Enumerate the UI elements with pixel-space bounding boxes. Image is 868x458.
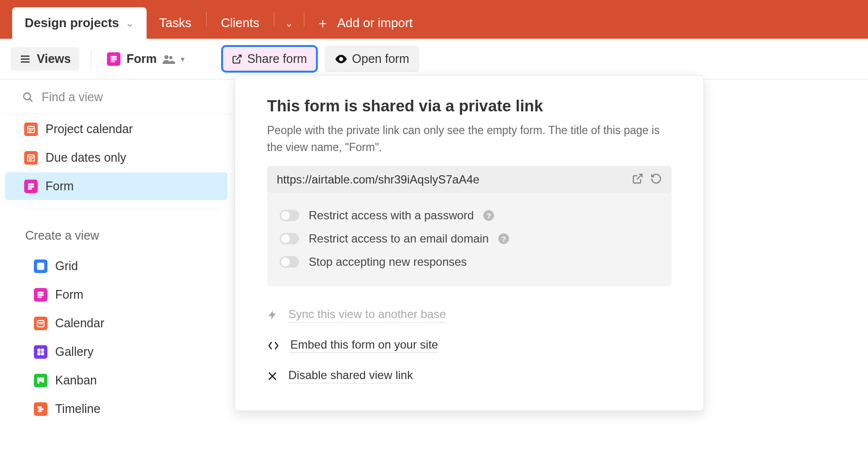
form-icon [107, 52, 120, 66]
option-restrict-domain: Restrict access to an email domain ? [280, 227, 659, 250]
svg-line-50 [637, 174, 642, 180]
share-url[interactable]: https://airtable.com/shr39iAqslyS7aA4e [277, 173, 625, 186]
svg-rect-44 [38, 378, 40, 383]
svg-rect-47 [37, 407, 42, 408]
chevron-down-icon[interactable]: ⌄ [126, 17, 134, 29]
calendar-icon [34, 317, 47, 330]
divider [304, 12, 304, 27]
create-timeline[interactable]: Timeline [15, 395, 227, 423]
open-form-button[interactable]: Open form [325, 46, 419, 72]
tab-clients[interactable]: Clients [209, 7, 272, 39]
form-icon [24, 180, 38, 193]
share-options: Restrict access with a password ? Restri… [267, 193, 672, 286]
toggle-restrict-password[interactable] [280, 210, 299, 221]
chevron-down-icon[interactable]: ▾ [181, 55, 184, 63]
open-link-icon[interactable] [632, 173, 644, 186]
current-view-chip[interactable]: Form ▾ [103, 49, 188, 69]
kanban-icon [34, 374, 47, 387]
svg-rect-32 [38, 292, 44, 293]
divider [206, 12, 207, 27]
find-view-search[interactable]: Find a view [0, 79, 232, 114]
option-label: Calendar [55, 316, 104, 330]
divider [274, 12, 274, 27]
popover-subtitle: People with the private link can only se… [267, 122, 672, 155]
tab-design-projects[interactable]: Design projects ⌄ [12, 7, 147, 39]
svg-point-7 [169, 56, 172, 59]
svg-rect-4 [111, 59, 117, 60]
add-import-label: Add or import [337, 15, 413, 31]
lightning-icon [267, 309, 278, 321]
open-form-label: Open form [352, 52, 409, 66]
popover-title: This form is shared via a private link [267, 97, 672, 115]
create-grid[interactable]: Grid [15, 252, 227, 280]
views-sidebar: Find a view Project calendar Due dates o… [0, 79, 232, 458]
svg-point-13 [29, 129, 30, 130]
view-item-due-dates[interactable]: Due dates only [5, 144, 227, 171]
svg-rect-26 [28, 186, 34, 187]
svg-rect-43 [41, 352, 44, 355]
svg-point-17 [30, 131, 31, 132]
disable-link-action[interactable]: Disable shared view link [267, 361, 672, 391]
add-or-import-button[interactable]: ＋ Add or import [306, 7, 422, 39]
option-label: Restrict access to an email domain [309, 232, 489, 245]
svg-rect-41 [41, 349, 44, 351]
calendar-icon [24, 151, 38, 165]
more-tabs-button[interactable]: ⌄ [276, 7, 302, 39]
svg-rect-3 [111, 56, 117, 58]
view-item-label: Project calendar [45, 122, 133, 136]
svg-rect-25 [28, 183, 34, 185]
svg-point-21 [30, 158, 31, 159]
gallery-icon [34, 345, 47, 359]
tab-label: Tasks [159, 15, 191, 31]
share-form-button[interactable]: Share form [221, 45, 318, 73]
option-label: Kanban [55, 373, 97, 387]
create-gallery[interactable]: Gallery [15, 338, 227, 366]
timeline-icon [34, 402, 47, 416]
views-list: Project calendar Due dates only Form [0, 114, 232, 200]
search-placeholder: Find a view [42, 90, 103, 104]
svg-point-22 [32, 158, 33, 159]
svg-point-37 [39, 323, 40, 324]
form-icon [34, 288, 47, 302]
option-label: Form [55, 288, 83, 302]
divider [91, 51, 91, 67]
toggle-stop-responses[interactable] [280, 256, 299, 268]
option-stop-responses: Stop accepting new responses [280, 250, 659, 274]
views-label: Views [37, 52, 71, 66]
calendar-icon [24, 122, 38, 136]
tab-tasks[interactable]: Tasks [147, 7, 204, 39]
view-item-project-calendar[interactable]: Project calendar [5, 115, 227, 143]
sync-view-action[interactable]: Sync this view to another base [267, 300, 672, 330]
top-tabs-bar: Design projects ⌄ Tasks Clients ⌄ ＋ Add … [0, 0, 868, 39]
option-label: Gallery [55, 345, 93, 359]
svg-rect-46 [42, 378, 44, 382]
svg-point-38 [40, 323, 41, 324]
create-view-label: Create a view [0, 209, 232, 251]
chevron-down-icon: ⌄ [285, 17, 293, 29]
menu-icon [19, 53, 31, 65]
regenerate-link-icon[interactable] [650, 173, 662, 186]
collaborators-icon[interactable] [163, 54, 175, 64]
svg-point-14 [30, 129, 31, 130]
toggle-restrict-domain[interactable] [280, 233, 299, 244]
svg-rect-5 [111, 61, 115, 62]
create-kanban[interactable]: Kanban [15, 366, 227, 394]
create-form[interactable]: Form [15, 281, 227, 308]
option-label: Stop accepting new responses [309, 255, 467, 269]
svg-point-9 [24, 93, 30, 100]
svg-point-16 [29, 131, 30, 132]
help-icon[interactable]: ? [498, 233, 509, 244]
share-form-popover: This form is shared via a private link P… [235, 75, 704, 411]
eye-icon [335, 54, 347, 64]
svg-line-10 [30, 99, 33, 102]
embed-form-action[interactable]: Embed this form on your site [267, 330, 672, 361]
create-calendar[interactable]: Calendar [15, 309, 227, 337]
external-link-icon [232, 54, 242, 64]
views-button[interactable]: Views [11, 47, 79, 71]
help-icon[interactable]: ? [483, 210, 494, 221]
svg-rect-40 [38, 349, 41, 351]
svg-point-24 [30, 159, 31, 160]
view-item-form[interactable]: Form [5, 172, 227, 200]
svg-point-23 [29, 159, 30, 160]
current-view-label: Form [126, 52, 157, 66]
